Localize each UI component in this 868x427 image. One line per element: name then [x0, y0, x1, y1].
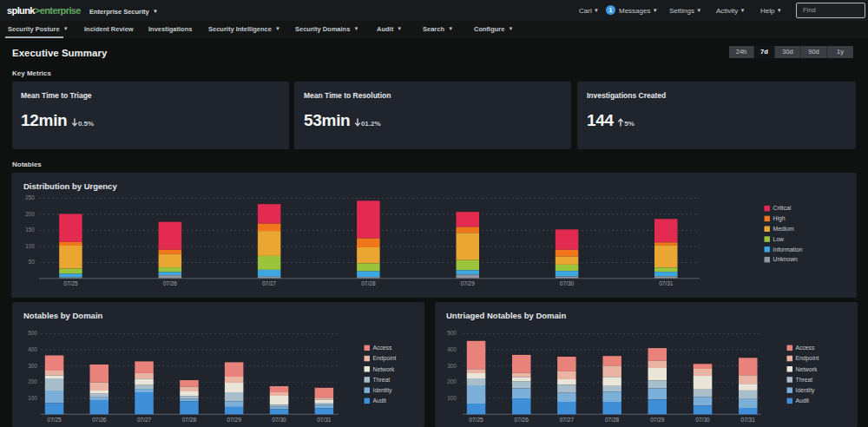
svg-text:Medium: Medium — [773, 226, 795, 232]
svg-text:07/29: 07/29 — [227, 417, 242, 423]
svg-text:150: 150 — [25, 227, 35, 233]
svg-text:07/26: 07/26 — [515, 417, 529, 423]
svg-text:07/31: 07/31 — [741, 417, 756, 423]
svg-text:07/28: 07/28 — [182, 417, 197, 423]
svg-text:400: 400 — [447, 346, 457, 352]
svg-text:300: 300 — [28, 363, 37, 369]
svg-text:07/27: 07/27 — [137, 417, 152, 423]
svg-text:Low: Low — [773, 236, 785, 242]
svg-text:Network: Network — [373, 366, 396, 372]
svg-text:07/27: 07/27 — [560, 417, 575, 423]
svg-text:07/26: 07/26 — [163, 280, 178, 286]
svg-text:Audit: Audit — [796, 397, 810, 404]
svg-text:Threat: Threat — [373, 377, 391, 383]
svg-text:100: 100 — [28, 395, 37, 401]
svg-text:07/29: 07/29 — [461, 280, 476, 286]
svg-text:07/31: 07/31 — [659, 280, 674, 286]
svg-text:07/30: 07/30 — [695, 417, 710, 423]
svg-text:07/25: 07/25 — [63, 280, 78, 286]
svg-text:07/28: 07/28 — [361, 280, 376, 286]
svg-text:Audit: Audit — [373, 397, 387, 404]
svg-text:400: 400 — [28, 346, 37, 352]
svg-text:Access: Access — [796, 345, 816, 351]
svg-text:07/26: 07/26 — [92, 417, 107, 423]
svg-text:250: 250 — [25, 194, 35, 200]
svg-text:500: 500 — [447, 330, 457, 336]
svg-text:07/25: 07/25 — [47, 417, 62, 423]
svg-text:Endpoint: Endpoint — [796, 355, 819, 362]
svg-text:300: 300 — [447, 363, 457, 369]
svg-text:07/30: 07/30 — [272, 417, 286, 423]
svg-text:Access: Access — [373, 345, 393, 351]
svg-text:07/29: 07/29 — [650, 417, 665, 423]
svg-text:50: 50 — [29, 259, 36, 265]
svg-text:Threat: Threat — [796, 377, 813, 383]
svg-text:07/25: 07/25 — [469, 417, 483, 423]
svg-text:100: 100 — [25, 243, 35, 249]
svg-text:07/30: 07/30 — [560, 280, 575, 286]
svg-text:07/31: 07/31 — [317, 417, 332, 423]
svg-text:100: 100 — [447, 395, 457, 401]
svg-text:07/28: 07/28 — [605, 417, 620, 423]
svg-text:Network: Network — [796, 366, 819, 372]
svg-text:Unknown: Unknown — [773, 256, 799, 262]
svg-text:200: 200 — [25, 211, 35, 217]
svg-text:High: High — [773, 215, 786, 222]
svg-text:Identity: Identity — [796, 387, 816, 394]
svg-text:Identity: Identity — [373, 387, 393, 394]
svg-text:Endpoint: Endpoint — [373, 355, 397, 362]
svg-text:Information: Information — [773, 246, 803, 253]
svg-text:200: 200 — [28, 378, 37, 384]
svg-text:200: 200 — [447, 378, 457, 384]
svg-text:Critical: Critical — [773, 205, 792, 211]
svg-text:500: 500 — [28, 330, 37, 336]
svg-text:07/27: 07/27 — [262, 280, 277, 286]
